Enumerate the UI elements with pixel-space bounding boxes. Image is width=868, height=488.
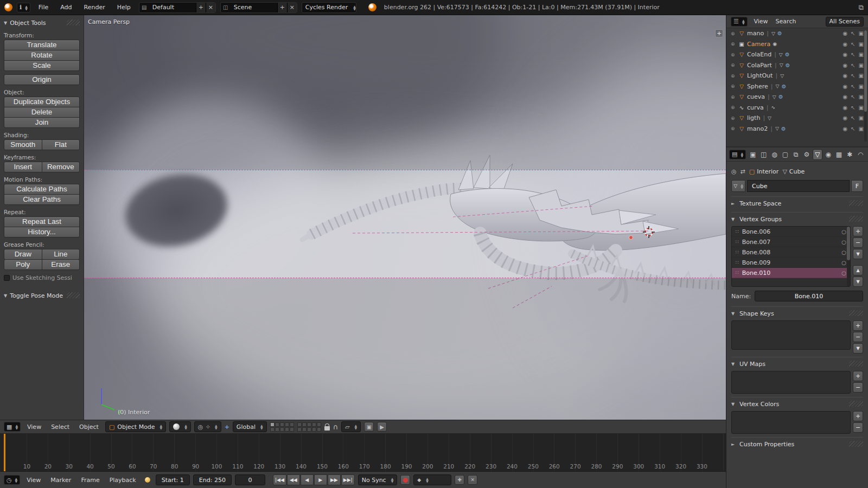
object-name[interactable]: mano <box>747 30 764 37</box>
visibility-eye-icon[interactable]: ◉ <box>843 52 847 57</box>
frame-end-field[interactable]: End: 250 <box>193 474 232 485</box>
current-frame-field[interactable]: 0 <box>235 474 265 485</box>
expand-icon[interactable]: ⊕ <box>731 126 736 131</box>
calculate-paths-button[interactable]: Calculate Paths <box>4 184 80 195</box>
navigate-arrows-icon[interactable]: ⇄ <box>741 168 745 175</box>
expand-icon[interactable]: ⊕ <box>731 52 736 57</box>
history-button[interactable]: History... <box>4 227 80 237</box>
expand-icon[interactable]: ⊕ <box>731 94 736 100</box>
object-name[interactable]: Camera <box>747 41 770 48</box>
group-name[interactable]: Bone.007 <box>742 239 771 246</box>
list-scrollbar[interactable] <box>847 227 850 286</box>
mesh-name-field[interactable]: Cube <box>747 180 850 192</box>
vertex-groups-header[interactable]: ▼ Vertex Groups <box>731 214 863 224</box>
vertex-group-item[interactable]: ∷ Bone.008 ○ <box>732 247 850 258</box>
tab-physics[interactable]: ◠ <box>856 149 865 160</box>
translate-button[interactable]: Translate <box>4 40 80 50</box>
visibility-eye-icon[interactable]: ◉ <box>843 84 847 89</box>
object-name[interactable]: curva <box>747 104 764 111</box>
play-reverse-button[interactable]: ◀ <box>301 474 314 485</box>
opengl-render-anim-button[interactable]: ▶ <box>377 422 387 432</box>
expand-icon[interactable]: ⊕ <box>731 84 736 89</box>
render-engine-value[interactable]: Cycles Render <box>302 4 351 11</box>
tab-modifiers[interactable]: ⚙ <box>802 149 812 160</box>
visibility-eye-icon[interactable]: ◉ <box>843 73 847 79</box>
group-name[interactable]: Bone.008 <box>742 249 771 256</box>
pin-icon[interactable]: ◎ <box>731 168 737 175</box>
render-camera-icon[interactable]: ▣ <box>859 105 864 111</box>
object-name[interactable]: ColaEnd <box>747 51 771 58</box>
expand-icon[interactable]: ⊕ <box>731 31 736 36</box>
outliner-row[interactable]: ⊕ ▽ ColaPart | ▽ ⚙ ◉↖▣ <box>726 60 868 71</box>
visibility-eye-icon[interactable]: ◉ <box>843 41 847 47</box>
checkbox-icon[interactable] <box>4 275 10 281</box>
layers-grid-2[interactable] <box>297 422 321 432</box>
add-scene-button[interactable]: + <box>277 3 287 12</box>
current-frame-marker[interactable] <box>4 434 5 471</box>
shape-keys-header[interactable]: ▼ Shape Keys <box>731 308 863 319</box>
render-engine-dropdown[interactable]: Cycles Render ▲▼ <box>302 2 356 13</box>
render-camera-icon[interactable]: ▣ <box>859 41 864 47</box>
object-name[interactable]: Sphere <box>747 83 768 90</box>
lock-to-scene-icon[interactable] <box>324 426 330 431</box>
fake-user-button[interactable]: F <box>851 180 863 192</box>
add-uv-map-button[interactable]: + <box>853 371 863 381</box>
clear-paths-button[interactable]: Clear Paths <box>4 194 80 205</box>
selectable-arrow-icon[interactable]: ↖ <box>851 52 855 57</box>
delete-keyframe-icon-button[interactable]: ✕ <box>468 475 477 485</box>
mode-dropdown[interactable]: ▢ Object Mode ▲▼ <box>105 421 166 432</box>
selectable-arrow-icon[interactable]: ↖ <box>851 94 855 100</box>
remove-group-button[interactable]: − <box>853 237 863 248</box>
breadcrumb-data[interactable]: ▽ Cube <box>782 168 805 175</box>
menu-marker[interactable]: Marker <box>47 477 74 484</box>
outliner-row[interactable]: ⊕ ▽ Sphere | ▽ ⚙ ◉↖▣ <box>726 81 868 92</box>
menu-help[interactable]: Help <box>113 2 135 13</box>
outliner-row[interactable]: ⊕ ▽ ligth | ▽ ◉↖▣ <box>726 113 868 124</box>
grease-erase-button[interactable]: Erase <box>42 259 80 270</box>
insert-keyframe-button[interactable]: Insert <box>4 162 42 172</box>
join-button[interactable]: Join <box>4 117 80 128</box>
object-tools-panel-header[interactable]: ▼ Object Tools <box>4 17 80 28</box>
grease-draw-button[interactable]: Draw <box>4 249 42 260</box>
texture-space-header[interactable]: ► Texture Space <box>731 198 863 209</box>
visibility-eye-icon[interactable]: ◉ <box>843 105 847 111</box>
add-shape-key-button[interactable]: + <box>853 320 863 331</box>
selectable-arrow-icon[interactable]: ↖ <box>851 115 855 121</box>
screen-layout-name[interactable]: Default <box>149 4 196 11</box>
jump-to-end-button[interactable]: ▶▶| <box>341 474 355 485</box>
object-name[interactable]: ligth <box>747 114 760 121</box>
render-camera-icon[interactable]: ▣ <box>859 126 864 132</box>
object-name[interactable]: LightOut <box>747 72 773 79</box>
screen-layout-selector[interactable]: ▤ Default + × <box>139 2 216 13</box>
outliner-row[interactable]: ⊕ ▽ mano | ▽ ⚙ ◉↖▣ <box>726 28 868 39</box>
menu-render[interactable]: Render <box>80 2 109 13</box>
menu-select[interactable]: Select <box>48 423 73 431</box>
lock-icon[interactable]: ○ <box>841 239 846 245</box>
selectable-arrow-icon[interactable]: ↖ <box>851 126 855 132</box>
viewport-editor-selector[interactable]: ▦▲▼ <box>4 422 21 432</box>
insert-keyframe-icon-button[interactable]: ✚ <box>455 475 464 485</box>
group-name[interactable]: Bone.010 <box>742 269 771 277</box>
timeline-strip[interactable]: 10 20 30 40 50 60 70 80 90 100 110 120 1… <box>0 434 726 472</box>
remove-uv-map-button[interactable]: − <box>853 382 863 393</box>
tab-constraints[interactable]: ⧉ <box>791 149 801 160</box>
scene-name[interactable]: Scene <box>231 4 277 11</box>
snap-magnet-icon[interactable]: ∩ <box>333 423 339 431</box>
render-camera-icon[interactable]: ▣ <box>859 84 864 89</box>
selectable-arrow-icon[interactable]: ↖ <box>851 41 855 47</box>
manipulator-toggle-icon[interactable]: + <box>225 423 229 431</box>
outliner-row[interactable]: ⊕ ∿ curva | ∿ ◉↖▣ <box>726 102 868 113</box>
origin-button[interactable]: Origin <box>4 74 80 85</box>
flat-button[interactable]: Flat <box>42 139 80 150</box>
snap-element-dropdown[interactable]: ▱ ▲▼ <box>341 421 361 432</box>
blender-logo-icon[interactable] <box>4 3 12 11</box>
vertex-group-item[interactable]: ∷ Bone.007 ○ <box>732 237 850 247</box>
breadcrumb-object[interactable]: ▢ Interior <box>749 168 779 175</box>
tab-scene[interactable]: ◫ <box>759 149 769 160</box>
remove-vertex-color-button[interactable]: − <box>853 422 863 433</box>
sketching-sessions-checkbox[interactable]: Use Sketching Sessi <box>4 274 80 281</box>
lock-icon[interactable]: ○ <box>841 229 846 235</box>
menu-object[interactable]: Object <box>76 423 102 431</box>
smooth-button[interactable]: Smooth <box>4 139 42 150</box>
pivot-point-dropdown[interactable]: ◎ ⊹ ▲▼ <box>194 421 221 432</box>
